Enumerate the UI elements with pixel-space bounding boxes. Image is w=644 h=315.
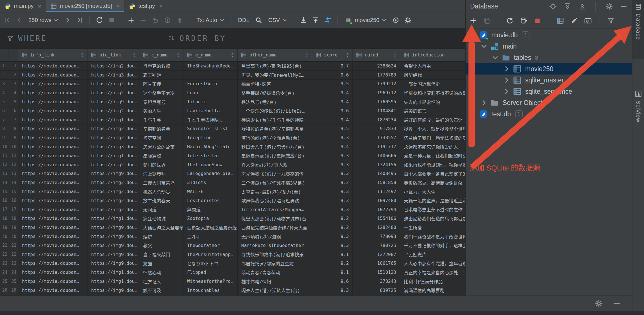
chevron-right-icon[interactable] <box>503 88 510 95</box>
cell-pic_link[interactable]: https://img1.dou… <box>87 115 139 124</box>
cell-score[interactable]: 9.6 <box>312 71 353 79</box>
row-number[interactable]: 12 <box>0 160 8 169</box>
preview-changes-button[interactable] <box>162 15 172 25</box>
cell-score[interactable]: 9.4 <box>312 88 353 97</box>
cell-c_name[interactable]: 三傻大闹宝莱坞 <box>139 178 183 187</box>
cell-clipped-id[interactable]: 25 <box>8 277 18 286</box>
cell-clipped-id[interactable]: 7 <box>8 115 18 124</box>
cell-info_link[interactable]: https://movie.douban… <box>18 97 87 106</box>
cell-e_name[interactable]: TheShawshankRede… <box>183 62 238 70</box>
chevron-right-icon[interactable] <box>503 65 510 73</box>
first-page-button[interactable] <box>2 15 12 25</box>
cell-pic_link[interactable]: https://img9.dou… <box>87 97 139 106</box>
cell-c_name[interactable]: 这个杀手不太冷 <box>139 88 183 97</box>
cell-score[interactable]: 9.3 <box>312 169 353 178</box>
cell-c_name[interactable]: 教父 <box>139 241 183 250</box>
disconnect-button[interactable] <box>532 16 542 26</box>
cell-rated[interactable]: 1510123 <box>353 268 400 277</box>
cell-rated[interactable]: 1969712 <box>353 88 400 97</box>
locate-icon[interactable] <box>549 3 557 10</box>
cell-c_name[interactable]: 辛德勒的名单 <box>139 124 183 133</box>
cell-info_link[interactable]: https://movie.douban… <box>18 169 87 178</box>
chevron-down-icon[interactable] <box>480 43 488 50</box>
cell-other_name[interactable]: 月黑高飞(港)/刺激1995(台) <box>238 62 312 70</box>
cell-score[interactable]: 9.6 <box>312 106 353 115</box>
previous-page-button[interactable] <box>14 15 24 25</box>
add-datasource-button[interactable] <box>468 16 478 26</box>
cell-info_link[interactable]: https://movie.douban… <box>18 286 87 295</box>
cell-introduction[interactable]: 希望让人自由 <box>400 62 466 70</box>
cell-pic_link[interactable]: https://img2.dou… <box>87 187 139 196</box>
cell-c_name[interactable]: 阿甘正传 <box>139 80 183 88</box>
cell-pic_link[interactable]: https://img9.dou… <box>87 250 139 259</box>
cell-rated[interactable]: 917833 <box>353 124 400 133</box>
cell-c_name[interactable]: 泰坦尼克号 <box>139 97 183 106</box>
cell-pic_link[interactable]: https://img2.dou… <box>87 178 139 187</box>
cell-other_name[interactable]: 歌声伴我心(港)/唱诗班男孩 <box>238 196 312 205</box>
cell-rated[interactable]: 1406666 <box>353 151 400 160</box>
cell-other_name[interactable]: 潜行凶间(港)/全面启动(台) <box>238 133 312 142</box>
cell-other_name[interactable]: 声光伴我飞(港)/一九零零的传 <box>238 169 312 178</box>
filter-objects-button[interactable] <box>606 16 616 26</box>
cell-rated[interactable]: 778093 <box>353 232 400 241</box>
cell-score[interactable]: 9.2 <box>312 214 353 223</box>
cell-pic_link[interactable]: https://img3.dou… <box>87 142 139 151</box>
cell-other_name[interactable]: 再见，我的妾/FarewellMyC… <box>238 71 312 79</box>
cell-e_name[interactable]: TheGodfather <box>183 241 238 250</box>
cell-pic_link[interactable]: https://img2.dou… <box>87 62 139 70</box>
cell-pic_link[interactable]: https://img2.dou… <box>87 124 139 133</box>
cell-other_name[interactable]: 星际启示录(港)/星际效应(台) <box>238 151 312 160</box>
row-number[interactable]: 7 <box>0 115 8 124</box>
cell-c_name[interactable]: 忠犬八公的故事 <box>139 142 183 151</box>
cell-c_name[interactable]: 控方证人 <box>139 277 183 286</box>
hide-panel-icon[interactable] <box>620 3 628 10</box>
cell-info_link[interactable]: https://movie.douban… <box>18 142 87 151</box>
cell-rated[interactable]: 839725 <box>353 286 400 295</box>
cell-rated[interactable]: 2388624 <box>353 62 400 70</box>
row-number[interactable]: 10 <box>0 142 8 151</box>
cell-info_link[interactable]: https://movie.douban… <box>18 160 87 169</box>
cell-info_link[interactable]: https://movie.douban… <box>18 62 87 70</box>
tree-item-movie250[interactable]: movie250 <box>466 63 632 75</box>
cell-pic_link[interactable]: https://img2.dou… <box>87 88 139 97</box>
cell-clipped-id[interactable]: 19 <box>8 223 18 232</box>
cell-score[interactable]: 9.3 <box>312 286 353 295</box>
export-data-button[interactable] <box>299 15 309 25</box>
row-number[interactable]: 13 <box>0 169 8 178</box>
cell-clipped-id[interactable]: 18 <box>8 214 18 223</box>
cell-introduction[interactable]: 失去的才是永恒的 <box>400 97 466 106</box>
cell-clipped-id[interactable]: 21 <box>8 241 18 250</box>
cell-e_name[interactable]: WALL·E <box>183 187 238 196</box>
cell-rated[interactable]: 1408495 <box>353 169 400 178</box>
row-number[interactable]: 25 <box>0 277 8 286</box>
row-number[interactable]: 17 <box>0 205 8 214</box>
cell-rated[interactable]: 1876234 <box>353 115 400 124</box>
cell-pic_link[interactable]: https://img2.dou… <box>87 160 139 169</box>
cell-rated[interactable]: 1799212 <box>353 80 400 88</box>
cell-e_name[interactable]: Hachi:ADog'sTale <box>183 142 238 151</box>
row-number[interactable]: 1 <box>0 62 8 70</box>
stop-button[interactable] <box>106 15 117 25</box>
cell-pic_link[interactable]: https://img1.dou… <box>87 277 139 286</box>
row-number[interactable]: 9 <box>0 133 8 142</box>
cell-e_name[interactable]: Laleggendadelpia… <box>183 169 238 178</box>
panel-settings-icon[interactable] <box>605 3 613 10</box>
cell-e_name[interactable]: ForrestGump <box>183 80 238 88</box>
datasource-combo[interactable]: movie250 <box>342 17 389 24</box>
cell-other_name[interactable]: 雄才伟略/情妇 <box>238 277 312 286</box>
cell-introduction[interactable]: 如果再也不能见到你，祝你早安 <box>400 160 466 169</box>
row-number[interactable]: 22 <box>0 250 8 259</box>
cell-c_name[interactable]: 无间道 <box>139 205 183 214</box>
cell-score[interactable]: 9.4 <box>312 97 353 106</box>
cell-c_name[interactable]: 盗梦空间 <box>139 133 183 142</box>
reload-data-button[interactable] <box>94 15 104 25</box>
cell-other_name[interactable]: 萌动青春/青春萌动 <box>238 268 312 277</box>
cell-introduction[interactable]: 真正的幸福是来自内心深处 <box>400 268 466 277</box>
row-number[interactable]: 14 <box>0 178 8 187</box>
compare-button[interactable] <box>323 15 333 25</box>
where-filter-field[interactable]: WHERE <box>0 28 161 48</box>
cell-c_name[interactable]: 触不可及 <box>139 286 183 295</box>
cell-pic_link[interactable]: https://img3.dou… <box>87 71 139 79</box>
sort-arrows-icon[interactable] <box>81 53 84 57</box>
cell-info_link[interactable]: https://movie.douban… <box>18 205 87 214</box>
